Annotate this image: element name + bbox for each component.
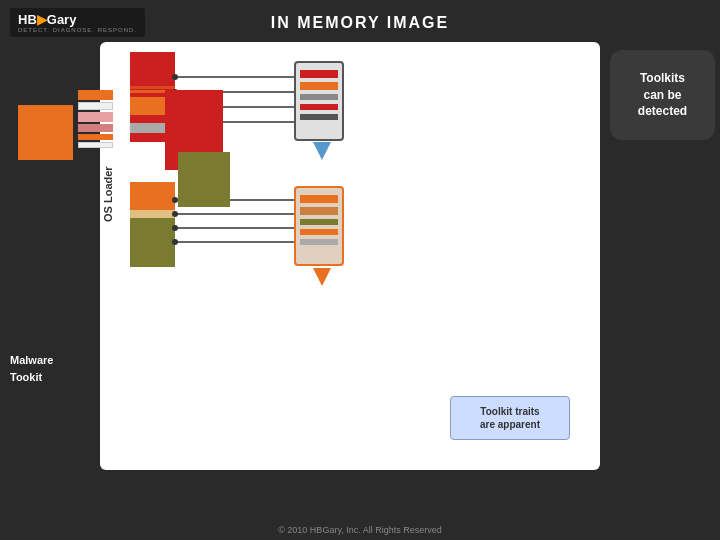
svg-rect-19 (300, 104, 338, 110)
svg-marker-39 (313, 268, 331, 286)
toolkits-detected-text: Toolkitscan bedetected (638, 70, 687, 120)
packed-label: Packed (230, 440, 269, 452)
svg-rect-23 (130, 182, 175, 210)
malware-tookit-label: Malware Tookit (10, 352, 53, 385)
svg-rect-20 (300, 114, 338, 120)
footer: © 2010 HBGary, Inc. All Rights Reserved (0, 525, 720, 535)
svg-rect-16 (300, 70, 338, 78)
toolkit-traits-text: Toolkit traitsare apparent (480, 405, 540, 431)
svg-rect-37 (300, 229, 338, 235)
toolkits-detected-box: Toolkitscan bedetected (610, 50, 715, 140)
olive-block-left (178, 152, 230, 207)
svg-rect-17 (300, 82, 338, 90)
svg-rect-18 (300, 94, 338, 100)
svg-text:OS Loader: OS Loader (102, 166, 114, 222)
svg-rect-34 (300, 195, 338, 203)
left-stripe-stack (78, 90, 113, 148)
main-title: IN MEMORY IMAGE (0, 14, 720, 32)
svg-rect-36 (300, 219, 338, 225)
svg-rect-6 (130, 86, 175, 89)
svg-marker-21 (313, 142, 331, 160)
toolkit-traits-box: Toolkit traitsare apparent (450, 396, 570, 440)
svg-rect-38 (300, 239, 338, 245)
svg-rect-24 (130, 210, 175, 218)
different-malware-box: Different Malware Authors Using Same Too… (100, 370, 138, 460)
svg-rect-35 (300, 207, 338, 215)
orange-block (18, 105, 73, 160)
